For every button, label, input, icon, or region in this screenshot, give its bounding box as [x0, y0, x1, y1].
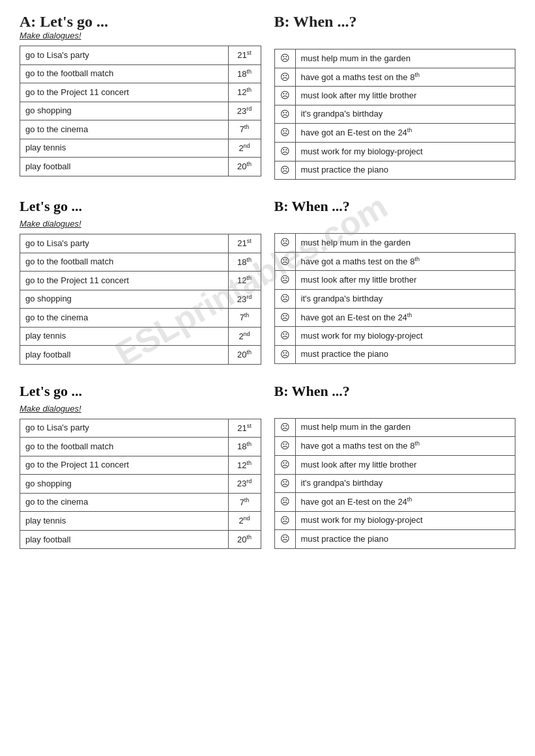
- reason-cell: have got a maths test on the 8th: [295, 252, 515, 271]
- date-cell: 2nd: [228, 327, 261, 346]
- date-cell: 20th: [228, 530, 261, 549]
- table-a-3: go to Lisa's party21stgo to the football…: [20, 419, 261, 550]
- column-b-1: B: When ...?☹must help mum in the garden…: [274, 13, 516, 180]
- reason-cell: must help mum in the garden: [295, 418, 515, 437]
- table-row: ☹it's grandpa's birthday: [274, 105, 515, 124]
- subtitle-a-2: Make dialogues!: [20, 219, 261, 229]
- column-a-1: A: Let's go ...Make dialogues!go to Lisa…: [20, 13, 261, 180]
- table-row: ☹must help mum in the garden: [274, 418, 515, 437]
- smiley-cell: ☹: [274, 493, 295, 512]
- table-a-1: go to Lisa's party21stgo to the football…: [20, 46, 261, 176]
- date-cell: 12th: [228, 83, 261, 102]
- smiley-cell: ☹: [274, 289, 295, 308]
- section-3: Let's go ...Make dialogues!go to Lisa's …: [20, 383, 515, 550]
- table-row: ☹have got an E-test on the 24th: [274, 493, 515, 512]
- activity-cell: go to the football match: [20, 64, 229, 83]
- table-row: play football20th: [20, 346, 261, 365]
- activity-cell: go to the Project 11 concert: [20, 456, 229, 475]
- title-b-3: B: When ...?: [274, 383, 516, 400]
- table-row: ☹must practice the piano: [274, 161, 515, 180]
- spacer: [274, 219, 516, 233]
- table-row: ☹it's grandpa's birthday: [274, 289, 515, 308]
- table-b-1: ☹must help mum in the garden☹have got a …: [274, 49, 516, 180]
- reason-cell: it's grandpa's birthday: [295, 105, 515, 124]
- subtitle-a-1: Make dialogues!: [20, 31, 261, 40]
- table-row: ☹must look after my little brother: [274, 455, 515, 474]
- date-cell: 18th: [228, 253, 261, 272]
- title-b-1: B: When ...?: [274, 13, 516, 31]
- title-b-2: B: When ...?: [274, 198, 516, 215]
- date-cell: 23rd: [228, 102, 261, 120]
- table-row: ☹must practice the piano: [274, 530, 515, 549]
- table-row: go shopping23rd: [20, 102, 261, 120]
- activity-cell: go to the cinema: [20, 120, 229, 139]
- date-cell: 23rd: [228, 475, 261, 494]
- table-a-2: go to Lisa's party21stgo to the football…: [20, 234, 261, 365]
- table-row: ☹have got a maths test on the 8th: [274, 437, 515, 456]
- smiley-cell: ☹: [274, 124, 295, 143]
- activity-cell: go to the Project 11 concert: [20, 83, 229, 102]
- table-row: ☹must work for my biology-project: [274, 511, 515, 530]
- table-row: go to Lisa's party21st: [20, 46, 261, 65]
- table-row: go to the football match18th: [20, 438, 261, 456]
- table-row: ☹have got an E-test on the 24th: [274, 308, 515, 327]
- reason-cell: must look after my little brother: [295, 455, 515, 474]
- smiley-cell: ☹: [274, 418, 295, 437]
- table-row: ☹must look after my little brother: [274, 271, 515, 290]
- title-a-3: Let's go ...: [20, 383, 261, 400]
- date-cell: 7th: [228, 309, 261, 328]
- activity-cell: go to the Project 11 concert: [20, 272, 229, 290]
- table-row: ☹must look after my little brother: [274, 87, 515, 105]
- table-row: go to the cinema7th: [20, 493, 261, 512]
- smiley-cell: ☹: [274, 455, 295, 474]
- reason-cell: it's grandpa's birthday: [295, 474, 515, 493]
- reason-cell: must look after my little brother: [295, 271, 515, 290]
- column-a-2: Let's go ...Make dialogues!go to Lisa's …: [20, 198, 261, 365]
- table-row: play tennis2nd: [20, 327, 261, 346]
- table-row: go to the cinema7th: [20, 309, 261, 328]
- smiley-cell: ☹: [274, 511, 295, 530]
- reason-cell: must practice the piano: [295, 345, 515, 364]
- table-row: go shopping23rd: [20, 475, 261, 494]
- table-row: ☹must work for my biology-project: [274, 327, 515, 346]
- date-cell: 7th: [228, 493, 261, 512]
- reason-cell: must work for my biology-project: [295, 327, 515, 346]
- date-cell: 20th: [228, 158, 261, 176]
- section-2: Let's go ...Make dialogues!go to Lisa's …: [20, 198, 515, 365]
- smiley-cell: ☹: [274, 161, 295, 180]
- date-cell: 18th: [228, 64, 261, 83]
- date-cell: 20th: [228, 346, 261, 365]
- table-row: go to Lisa's party21st: [20, 234, 261, 253]
- activity-cell: play football: [20, 346, 229, 365]
- column-b-2: B: When ...?☹must help mum in the garden…: [274, 198, 516, 365]
- table-row: ☹have got a maths test on the 8th: [274, 68, 515, 87]
- smiley-cell: ☹: [274, 68, 295, 87]
- activity-cell: go shopping: [20, 102, 229, 120]
- reason-cell: must look after my little brother: [295, 87, 515, 105]
- table-row: go shopping23rd: [20, 290, 261, 309]
- reason-cell: must work for my biology-project: [295, 142, 515, 161]
- smiley-cell: ☹: [274, 308, 295, 327]
- table-b-2: ☹must help mum in the garden☹have got a …: [274, 233, 516, 364]
- table-row: ☹must work for my biology-project: [274, 142, 515, 161]
- date-cell: 2nd: [228, 512, 261, 531]
- date-cell: 21st: [228, 234, 261, 253]
- table-row: go to the Project 11 concert12th: [20, 456, 261, 475]
- activity-cell: play tennis: [20, 327, 229, 346]
- reason-cell: have got an E-test on the 24th: [295, 124, 515, 143]
- smiley-cell: ☹: [274, 474, 295, 493]
- activity-cell: play football: [20, 530, 229, 549]
- smiley-cell: ☹: [274, 327, 295, 346]
- smiley-cell: ☹: [274, 345, 295, 364]
- activity-cell: play tennis: [20, 139, 229, 158]
- table-row: go to the cinema7th: [20, 120, 261, 139]
- table-row: ☹must help mum in the garden: [274, 49, 515, 68]
- title-a-2: Let's go ...: [20, 198, 261, 215]
- activity-cell: go to the cinema: [20, 309, 229, 328]
- date-cell: 21st: [228, 419, 261, 438]
- reason-cell: must practice the piano: [295, 161, 515, 180]
- smiley-cell: ☹: [274, 49, 295, 68]
- smiley-cell: ☹: [274, 234, 295, 253]
- activity-cell: go to the football match: [20, 438, 229, 456]
- spacer: [274, 404, 516, 418]
